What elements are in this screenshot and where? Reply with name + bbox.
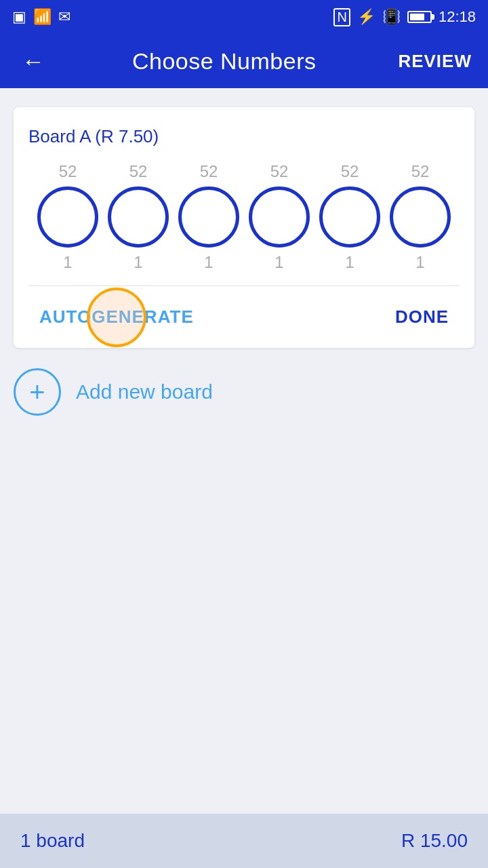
circle-top-6: 52 — [390, 162, 451, 181]
review-button[interactable]: REVIEW — [398, 51, 472, 72]
bluetooth-icon: ⚡ — [357, 8, 375, 26]
number-bottoms: 1 1 1 1 1 1 — [37, 253, 451, 272]
bottom-bar: 1 board R 15.00 — [0, 814, 488, 868]
number-tops: 52 52 52 52 52 52 — [37, 162, 451, 181]
wifi-icon: 📶 — [33, 8, 52, 26]
number-circle-2[interactable] — [108, 186, 169, 248]
autogenerate-button[interactable]: AUTOGENERATE — [28, 301, 205, 333]
main-content: Board A (R 7.50) 52 52 52 52 52 52 — [0, 88, 488, 814]
back-button[interactable]: ← — [16, 43, 50, 80]
sim-icon: ▣ — [12, 8, 26, 26]
board-title: Board A (R 7.50) — [28, 126, 460, 147]
add-board-icon[interactable]: + — [14, 368, 61, 416]
circle-top-5: 52 — [319, 162, 380, 181]
number-circle-1[interactable] — [37, 186, 98, 248]
done-button[interactable]: DONE — [384, 301, 460, 333]
vibrate-icon: 📳 — [382, 8, 401, 26]
status-left-icons: ▣ 📶 ✉ — [12, 8, 70, 26]
circles-row — [37, 186, 451, 248]
circle-bottom-5: 1 — [319, 253, 380, 272]
clock: 12:18 — [439, 8, 476, 26]
add-board-row[interactable]: + Add new board — [14, 368, 474, 416]
add-board-label: Add new board — [76, 380, 213, 403]
circle-bottom-6: 1 — [390, 253, 451, 272]
circle-top-2: 52 — [108, 162, 169, 181]
board-card: Board A (R 7.50) 52 52 52 52 52 52 — [14, 107, 474, 348]
number-circle-5[interactable] — [319, 186, 380, 248]
number-circle-3[interactable] — [178, 186, 239, 248]
number-circle-6[interactable] — [390, 186, 451, 248]
circle-top-3: 52 — [178, 162, 239, 181]
number-circle-4[interactable] — [249, 186, 310, 248]
board-count: 1 board — [20, 830, 85, 852]
circle-bottom-1: 1 — [37, 253, 98, 272]
nfc-icon: N — [333, 8, 350, 26]
circle-top-4: 52 — [249, 162, 310, 181]
total-price: R 15.00 — [401, 830, 468, 852]
toolbar: ← Choose Numbers REVIEW — [0, 34, 488, 88]
battery-icon — [407, 11, 432, 23]
board-actions: AUTOGENERATE DONE — [28, 286, 460, 333]
page-title: Choose Numbers — [132, 48, 317, 75]
status-bar: ▣ 📶 ✉ N ⚡ 📳 12:18 — [0, 0, 488, 34]
circle-top-1: 52 — [37, 162, 98, 181]
numbers-section: 52 52 52 52 52 52 1 1 1 1 — [28, 162, 460, 286]
circle-bottom-3: 1 — [178, 253, 239, 272]
plus-icon: + — [29, 377, 45, 408]
mail-icon: ✉ — [58, 8, 70, 26]
circle-bottom-2: 1 — [108, 253, 169, 272]
circle-bottom-4: 1 — [249, 253, 310, 272]
status-right-icons: N ⚡ 📳 12:18 — [333, 8, 476, 26]
